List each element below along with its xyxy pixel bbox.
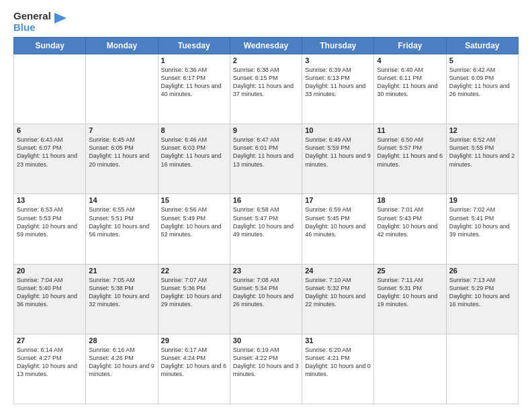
cell-info: Sunrise: 6:47 AMSunset: 6:01 PMDaylight:… xyxy=(233,136,299,169)
calendar-cell: 13Sunrise: 6:53 AMSunset: 5:53 PMDayligh… xyxy=(14,194,86,264)
cell-info: Sunrise: 6:59 AMSunset: 5:45 PMDaylight:… xyxy=(305,205,371,238)
cell-info: Sunrise: 7:10 AMSunset: 5:32 PMDaylight:… xyxy=(305,276,371,309)
cell-info: Sunrise: 6:14 AMSunset: 4:27 PMDaylight:… xyxy=(17,346,83,379)
day-number: 16 xyxy=(233,196,299,204)
day-number: 18 xyxy=(377,196,443,204)
calendar-cell xyxy=(14,54,86,124)
cell-info: Sunrise: 6:20 AMSunset: 4:21 PMDaylight:… xyxy=(305,346,371,379)
calendar-page: General Blue SundayMondayTuesdayWednesda… xyxy=(0,0,532,411)
cell-info: Sunrise: 6:45 AMSunset: 6:05 PMDaylight:… xyxy=(89,136,154,169)
cell-info: Sunrise: 7:07 AMSunset: 5:36 PMDaylight:… xyxy=(161,276,227,309)
calendar-cell: 16Sunrise: 6:58 AMSunset: 5:47 PMDayligh… xyxy=(230,194,302,264)
cell-info: Sunrise: 6:49 AMSunset: 5:59 PMDaylight:… xyxy=(305,136,371,169)
logo-blue: Blue xyxy=(13,22,51,34)
day-number: 8 xyxy=(161,126,227,134)
calendar-week-row: 20Sunrise: 7:04 AMSunset: 5:40 PMDayligh… xyxy=(14,264,519,334)
cell-info: Sunrise: 6:36 AMSunset: 6:17 PMDaylight:… xyxy=(161,66,227,99)
calendar-cell: 6Sunrise: 6:43 AMSunset: 6:07 PMDaylight… xyxy=(14,124,86,194)
calendar-cell: 5Sunrise: 6:42 AMSunset: 6:09 PMDaylight… xyxy=(446,54,518,124)
calendar-table: SundayMondayTuesdayWednesdayThursdayFrid… xyxy=(13,37,519,404)
cell-info: Sunrise: 6:52 AMSunset: 5:55 PMDaylight:… xyxy=(449,136,515,169)
day-number: 14 xyxy=(89,196,154,204)
day-number: 26 xyxy=(449,267,515,275)
calendar-cell: 9Sunrise: 6:47 AMSunset: 6:01 PMDaylight… xyxy=(230,124,302,194)
cell-info: Sunrise: 6:42 AMSunset: 6:09 PMDaylight:… xyxy=(449,66,515,99)
day-number: 3 xyxy=(305,56,371,64)
day-number: 31 xyxy=(305,336,371,345)
calendar-cell xyxy=(86,54,158,124)
cell-info: Sunrise: 6:43 AMSunset: 6:07 PMDaylight:… xyxy=(17,136,83,169)
cell-info: Sunrise: 7:02 AMSunset: 5:41 PMDaylight:… xyxy=(449,205,515,238)
calendar-cell: 25Sunrise: 7:11 AMSunset: 5:31 PMDayligh… xyxy=(374,264,446,334)
cell-info: Sunrise: 6:17 AMSunset: 4:24 PMDaylight:… xyxy=(161,346,227,379)
calendar-week-row: 1Sunrise: 6:36 AMSunset: 6:17 PMDaylight… xyxy=(14,54,519,124)
day-number: 9 xyxy=(233,126,299,134)
calendar-week-row: 13Sunrise: 6:53 AMSunset: 5:53 PMDayligh… xyxy=(14,194,519,264)
calendar-cell: 21Sunrise: 7:05 AMSunset: 5:38 PMDayligh… xyxy=(86,264,158,334)
calendar-cell: 7Sunrise: 6:45 AMSunset: 6:05 PMDaylight… xyxy=(86,124,158,194)
calendar-cell: 3Sunrise: 6:39 AMSunset: 6:13 PMDaylight… xyxy=(302,54,374,124)
calendar-cell: 11Sunrise: 6:50 AMSunset: 5:57 PMDayligh… xyxy=(374,124,446,194)
day-header-wednesday: Wednesday xyxy=(230,38,302,54)
day-number: 29 xyxy=(161,336,227,345)
logo-flag-icon xyxy=(52,13,66,32)
cell-info: Sunrise: 7:08 AMSunset: 5:34 PMDaylight:… xyxy=(233,276,299,309)
calendar-cell: 23Sunrise: 7:08 AMSunset: 5:34 PMDayligh… xyxy=(230,264,302,334)
day-number: 20 xyxy=(17,267,83,275)
cell-info: Sunrise: 7:01 AMSunset: 5:43 PMDaylight:… xyxy=(377,205,443,238)
day-number: 13 xyxy=(17,196,83,204)
day-number: 17 xyxy=(305,196,371,204)
day-number: 27 xyxy=(17,336,83,345)
day-number: 12 xyxy=(449,126,515,134)
calendar-cell xyxy=(374,334,446,404)
calendar-cell: 31Sunrise: 6:20 AMSunset: 4:21 PMDayligh… xyxy=(302,334,374,404)
calendar-cell: 22Sunrise: 7:07 AMSunset: 5:36 PMDayligh… xyxy=(158,264,230,334)
calendar-cell: 4Sunrise: 6:40 AMSunset: 6:11 PMDaylight… xyxy=(374,54,446,124)
cell-info: Sunrise: 6:53 AMSunset: 5:53 PMDaylight:… xyxy=(17,205,83,238)
calendar-cell: 14Sunrise: 6:55 AMSunset: 5:51 PMDayligh… xyxy=(86,194,158,264)
header: General Blue xyxy=(13,11,519,33)
day-number: 15 xyxy=(161,196,227,204)
day-number: 11 xyxy=(377,126,443,134)
cell-info: Sunrise: 7:04 AMSunset: 5:40 PMDaylight:… xyxy=(17,276,83,309)
day-number: 4 xyxy=(377,56,443,64)
calendar-cell xyxy=(446,334,518,404)
day-number: 10 xyxy=(305,126,371,134)
cell-info: Sunrise: 6:46 AMSunset: 6:03 PMDaylight:… xyxy=(161,136,227,169)
cell-info: Sunrise: 6:55 AMSunset: 5:51 PMDaylight:… xyxy=(89,205,154,238)
day-number: 28 xyxy=(89,336,154,345)
cell-info: Sunrise: 6:50 AMSunset: 5:57 PMDaylight:… xyxy=(377,136,443,169)
svg-marker-0 xyxy=(54,13,66,24)
day-number: 2 xyxy=(233,56,299,64)
day-number: 22 xyxy=(161,267,227,275)
calendar-cell: 27Sunrise: 6:14 AMSunset: 4:27 PMDayligh… xyxy=(14,334,86,404)
cell-info: Sunrise: 7:05 AMSunset: 5:38 PMDaylight:… xyxy=(89,276,154,309)
calendar-cell: 8Sunrise: 6:46 AMSunset: 6:03 PMDaylight… xyxy=(158,124,230,194)
day-number: 19 xyxy=(449,196,515,204)
logo: General Blue xyxy=(13,11,66,33)
cell-info: Sunrise: 6:19 AMSunset: 4:22 PMDaylight:… xyxy=(233,346,299,379)
day-header-sunday: Sunday xyxy=(14,38,86,54)
calendar-cell: 24Sunrise: 7:10 AMSunset: 5:32 PMDayligh… xyxy=(302,264,374,334)
day-number: 6 xyxy=(17,126,83,134)
logo-general: General xyxy=(13,11,51,22)
cell-info: Sunrise: 6:58 AMSunset: 5:47 PMDaylight:… xyxy=(233,205,299,238)
day-number: 30 xyxy=(233,336,299,345)
calendar-cell: 29Sunrise: 6:17 AMSunset: 4:24 PMDayligh… xyxy=(158,334,230,404)
day-header-thursday: Thursday xyxy=(302,38,374,54)
calendar-cell: 2Sunrise: 6:38 AMSunset: 6:15 PMDaylight… xyxy=(230,54,302,124)
calendar-cell: 30Sunrise: 6:19 AMSunset: 4:22 PMDayligh… xyxy=(230,334,302,404)
day-header-friday: Friday xyxy=(374,38,446,54)
day-number: 7 xyxy=(89,126,154,134)
day-number: 23 xyxy=(233,267,299,275)
calendar-cell: 17Sunrise: 6:59 AMSunset: 5:45 PMDayligh… xyxy=(302,194,374,264)
cell-info: Sunrise: 6:40 AMSunset: 6:11 PMDaylight:… xyxy=(377,66,443,99)
logo-container: General Blue xyxy=(13,11,66,33)
cell-info: Sunrise: 6:39 AMSunset: 6:13 PMDaylight:… xyxy=(305,66,371,99)
day-number: 5 xyxy=(449,56,515,64)
calendar-week-row: 27Sunrise: 6:14 AMSunset: 4:27 PMDayligh… xyxy=(14,334,519,404)
calendar-cell: 28Sunrise: 6:16 AMSunset: 4:26 PMDayligh… xyxy=(86,334,158,404)
day-number: 21 xyxy=(89,267,154,275)
calendar-cell: 15Sunrise: 6:56 AMSunset: 5:49 PMDayligh… xyxy=(158,194,230,264)
calendar-cell: 1Sunrise: 6:36 AMSunset: 6:17 PMDaylight… xyxy=(158,54,230,124)
